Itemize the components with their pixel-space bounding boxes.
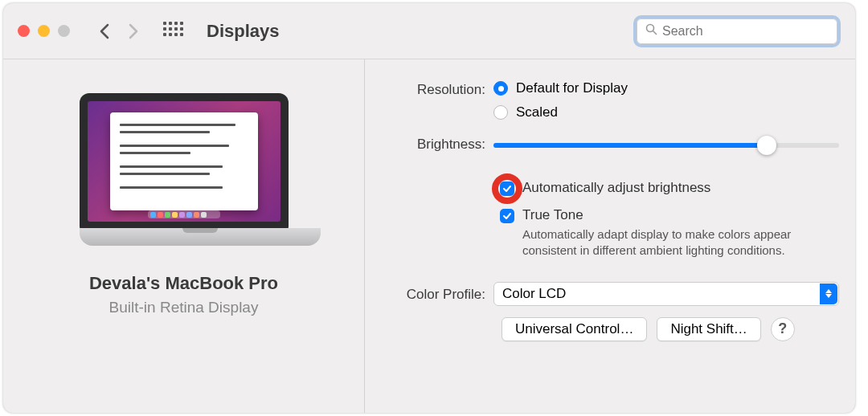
window-title: Displays — [207, 21, 280, 42]
search-input[interactable] — [662, 24, 829, 39]
device-type: Built-in Retina Display — [109, 299, 259, 316]
preferences-window: Displays — [3, 3, 855, 413]
content: Devala's MacBook Pro Built-in Retina Dis… — [3, 59, 855, 413]
minimize-window-button[interactable] — [38, 25, 50, 37]
forward-button[interactable] — [123, 19, 144, 43]
checkmark-icon — [502, 211, 512, 221]
resolution-scaled-option[interactable]: Scaled — [493, 104, 839, 120]
radio-checked-icon — [493, 81, 508, 96]
button-label: Night Shift… — [670, 321, 747, 337]
radio-label: Scaled — [516, 104, 558, 120]
toolbar: Displays — [3, 3, 855, 59]
search-box[interactable] — [637, 18, 837, 44]
help-button[interactable]: ? — [771, 317, 795, 341]
radio-label: Default for Display — [516, 80, 628, 96]
settings-pane: Resolution: Default for Display Scaled — [365, 59, 855, 413]
night-shift-button[interactable]: Night Shift… — [657, 317, 760, 341]
traffic-lights — [18, 25, 70, 37]
color-profile-select[interactable]: Color LCD — [493, 282, 839, 306]
brightness-slider[interactable] — [493, 143, 839, 148]
radio-unchecked-icon — [493, 105, 508, 120]
select-arrows-icon — [820, 283, 837, 304]
button-label: Universal Control… — [515, 321, 633, 337]
device-name: Devala's MacBook Pro — [89, 273, 278, 294]
search-focus-ring — [633, 15, 841, 47]
display-preview-pane: Devala's MacBook Pro Built-in Retina Dis… — [3, 59, 365, 413]
true-tone-description: Automatically adapt display to make colo… — [522, 226, 839, 259]
color-profile-label: Color Profile: — [379, 285, 493, 303]
true-tone-checkbox[interactable] — [500, 209, 514, 223]
true-tone-label: True Tone — [522, 207, 839, 223]
checkmark-icon — [502, 184, 512, 194]
select-value: Color LCD — [502, 286, 566, 302]
svg-line-1 — [653, 31, 657, 35]
show-all-icon[interactable] — [163, 22, 182, 41]
zoom-window-button[interactable] — [58, 25, 70, 37]
help-icon: ? — [778, 320, 787, 337]
close-window-button[interactable] — [18, 25, 30, 37]
resolution-default-option[interactable]: Default for Display — [493, 80, 839, 96]
universal-control-button[interactable]: Universal Control… — [502, 317, 647, 341]
search-icon — [645, 23, 657, 39]
chevron-right-icon — [128, 23, 139, 39]
chevron-left-icon — [99, 23, 110, 39]
back-button[interactable] — [94, 19, 115, 43]
brightness-label: Brightness: — [379, 135, 493, 153]
slider-knob-icon[interactable] — [757, 136, 776, 155]
laptop-illustration — [80, 93, 289, 246]
auto-brightness-checkbox[interactable] — [500, 181, 514, 196]
auto-brightness-label: Automatically adjust brightness — [522, 180, 710, 196]
resolution-label: Resolution: — [379, 80, 493, 98]
